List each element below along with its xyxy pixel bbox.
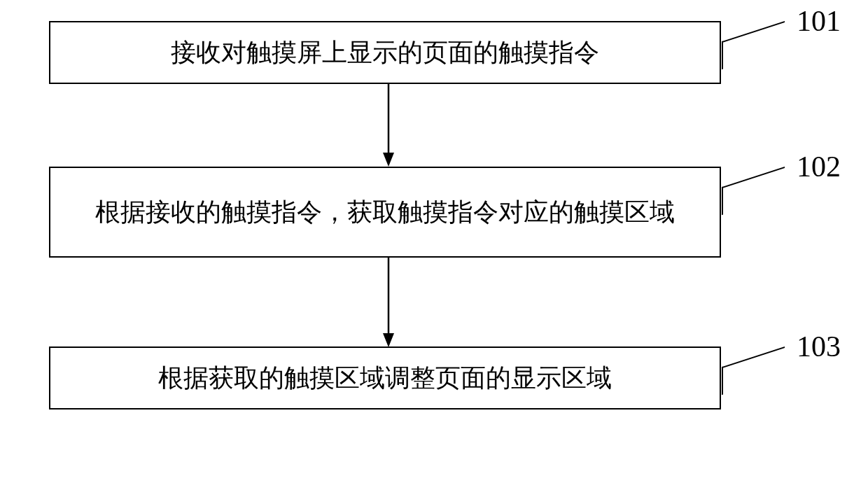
flow-step-101-text: 接收对触摸屏上显示的页面的触摸指令: [171, 36, 599, 70]
label-103: 103: [797, 330, 841, 363]
callout-line-102: [722, 167, 785, 215]
svg-marker-3: [383, 333, 394, 347]
flow-step-102: 根据接收的触摸指令，获取触摸指令对应的触摸区域: [49, 167, 721, 258]
label-102: 102: [797, 150, 841, 183]
callout-line-101: [722, 21, 785, 69]
flow-step-102-text: 根据接收的触摸指令，获取触摸指令对应的触摸区域: [95, 195, 675, 230]
flowchart-canvas: 接收对触摸屏上显示的页面的触摸指令 101 根据接收的触摸指令，获取触摸指令对应…: [0, 0, 868, 490]
arrow-102-to-103: [382, 258, 396, 349]
svg-marker-1: [383, 153, 394, 167]
flow-step-101: 接收对触摸屏上显示的页面的触摸指令: [49, 21, 721, 84]
flow-step-103-text: 根据获取的触摸区域调整页面的显示区域: [158, 361, 612, 396]
flow-step-103: 根据获取的触摸区域调整页面的显示区域: [49, 346, 721, 410]
callout-line-103: [722, 346, 785, 395]
arrow-101-to-102: [382, 84, 396, 168]
label-101: 101: [797, 4, 841, 38]
